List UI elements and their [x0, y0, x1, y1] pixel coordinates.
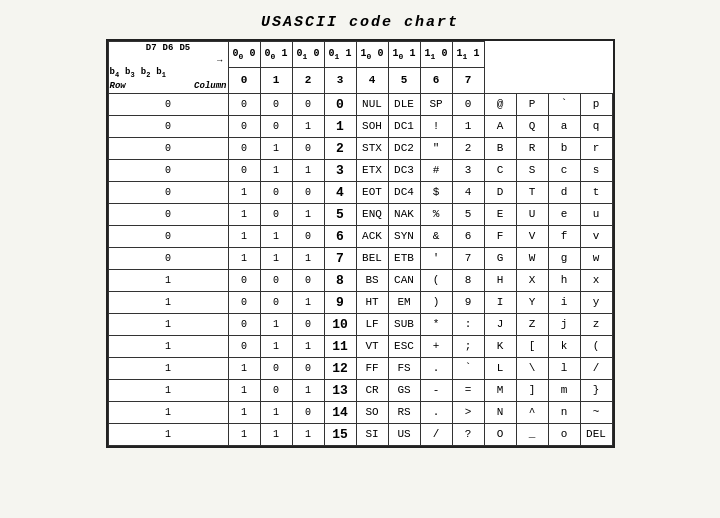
cell-15-6: o — [548, 423, 580, 445]
cell-1-6: a — [548, 115, 580, 137]
cell-6-2: & — [420, 225, 452, 247]
top-bit-label-0: D7 — [146, 43, 157, 54]
row-9-bit-2: 0 — [260, 291, 292, 313]
row-number-9: 9 — [324, 291, 356, 313]
row-0-bit-0: 0 — [108, 93, 228, 115]
cell-5-3: 5 — [452, 203, 484, 225]
row-13-bit-1: 1 — [228, 379, 260, 401]
col-bits-2: 01 0 — [292, 42, 324, 68]
cell-1-3: 1 — [452, 115, 484, 137]
col-number-7: 7 — [452, 67, 484, 93]
cell-7-0: BEL — [356, 247, 388, 269]
row-7-bit-0: 0 — [108, 247, 228, 269]
cell-11-0: VT — [356, 335, 388, 357]
cell-11-4: K — [484, 335, 516, 357]
cell-1-4: A — [484, 115, 516, 137]
row-3-bit-0: 0 — [108, 159, 228, 181]
table-row: 101010LFSUB*:JZjz — [108, 313, 612, 335]
cell-5-0: ENQ — [356, 203, 388, 225]
cell-14-5: ^ — [516, 401, 548, 423]
row-0-bit-1: 0 — [228, 93, 260, 115]
cell-0-4: @ — [484, 93, 516, 115]
row-8-bit-3: 0 — [292, 269, 324, 291]
cell-8-3: 8 — [452, 269, 484, 291]
cell-9-2: ) — [420, 291, 452, 313]
row-11-bit-3: 1 — [292, 335, 324, 357]
cell-13-1: GS — [388, 379, 420, 401]
row-2-bit-2: 1 — [260, 137, 292, 159]
cell-5-5: U — [516, 203, 548, 225]
cell-1-0: SOH — [356, 115, 388, 137]
col-number-1: 1 — [260, 67, 292, 93]
cell-5-1: NAK — [388, 203, 420, 225]
cell-5-4: E — [484, 203, 516, 225]
row-1-bit-3: 1 — [292, 115, 324, 137]
row-11-bit-0: 1 — [108, 335, 228, 357]
cell-2-5: R — [516, 137, 548, 159]
bits-label: Row — [110, 81, 126, 92]
bottom-bit-label-0: b4 — [110, 67, 120, 79]
cell-7-7: w — [580, 247, 612, 269]
cell-3-0: ETX — [356, 159, 388, 181]
cell-6-1: SYN — [388, 225, 420, 247]
table-row: 00000NULDLESP0@P`p — [108, 93, 612, 115]
col-bits-3: 01 1 — [324, 42, 356, 68]
row-5-bit-1: 1 — [228, 203, 260, 225]
row-10-bit-1: 0 — [228, 313, 260, 335]
cell-13-5: ] — [516, 379, 548, 401]
table-row: 111115SIUS/?O_oDEL — [108, 423, 612, 445]
cell-13-2: - — [420, 379, 452, 401]
cell-3-5: S — [516, 159, 548, 181]
row-9-bit-0: 1 — [108, 291, 228, 313]
cell-1-2: ! — [420, 115, 452, 137]
cell-10-5: Z — [516, 313, 548, 335]
top-bit-label-1: D6 — [163, 43, 174, 54]
row-9-bit-1: 0 — [228, 291, 260, 313]
row-number-6: 6 — [324, 225, 356, 247]
row-6-bit-1: 1 — [228, 225, 260, 247]
cell-0-3: 0 — [452, 93, 484, 115]
cell-0-7: p — [580, 93, 612, 115]
cell-10-2: * — [420, 313, 452, 335]
row-12-bit-2: 0 — [260, 357, 292, 379]
cell-12-7: / — [580, 357, 612, 379]
cell-9-5: Y — [516, 291, 548, 313]
cell-7-2: ' — [420, 247, 452, 269]
table-row: 00011SOHDC1!1AQaq — [108, 115, 612, 137]
cell-10-0: LF — [356, 313, 388, 335]
row-number-2: 2 — [324, 137, 356, 159]
row-14-bit-2: 1 — [260, 401, 292, 423]
row-11-bit-2: 1 — [260, 335, 292, 357]
row-11-bit-1: 0 — [228, 335, 260, 357]
row-12-bit-3: 0 — [292, 357, 324, 379]
col-bits-5: 10 1 — [388, 42, 420, 68]
row-1-bit-2: 0 — [260, 115, 292, 137]
row-14-bit-3: 0 — [292, 401, 324, 423]
row-10-bit-0: 1 — [108, 313, 228, 335]
cell-4-6: d — [548, 181, 580, 203]
row-4-bit-2: 0 — [260, 181, 292, 203]
cell-11-2: + — [420, 335, 452, 357]
row-7-bit-1: 1 — [228, 247, 260, 269]
cell-2-2: " — [420, 137, 452, 159]
cell-7-5: W — [516, 247, 548, 269]
cell-0-0: NUL — [356, 93, 388, 115]
cell-8-6: h — [548, 269, 580, 291]
cell-2-4: B — [484, 137, 516, 159]
cell-6-5: V — [516, 225, 548, 247]
cell-11-6: k — [548, 335, 580, 357]
cell-4-2: $ — [420, 181, 452, 203]
row-number-8: 8 — [324, 269, 356, 291]
cell-12-6: l — [548, 357, 580, 379]
cell-14-1: RS — [388, 401, 420, 423]
row-number-10: 10 — [324, 313, 356, 335]
row-5-bit-2: 0 — [260, 203, 292, 225]
bottom-bit-label-3: b1 — [156, 67, 166, 79]
row-6-bit-0: 0 — [108, 225, 228, 247]
cell-6-0: ACK — [356, 225, 388, 247]
cell-8-1: CAN — [388, 269, 420, 291]
row-6-bit-3: 0 — [292, 225, 324, 247]
table-row: 110012FFFS.`L\l/ — [108, 357, 612, 379]
row-5-bit-0: 0 — [108, 203, 228, 225]
cell-4-4: D — [484, 181, 516, 203]
